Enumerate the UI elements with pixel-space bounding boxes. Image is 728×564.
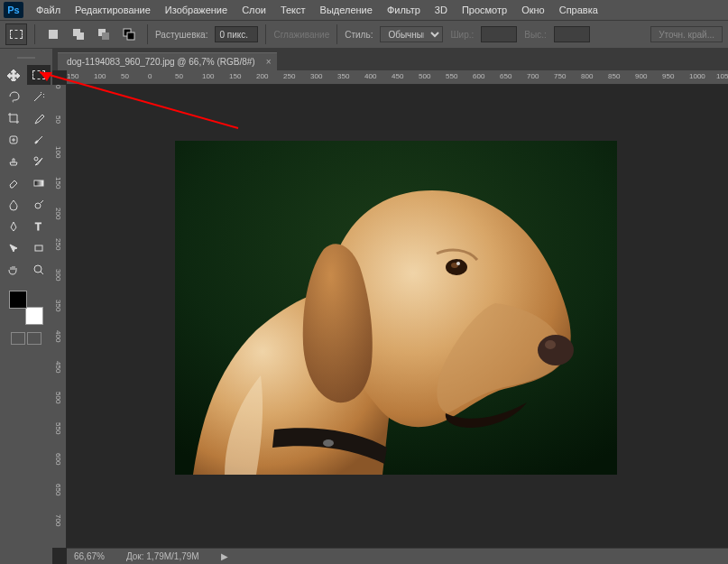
selection-intersect-icon[interactable] xyxy=(118,23,140,45)
color-swatches[interactable] xyxy=(9,291,43,325)
svg-point-19 xyxy=(456,262,460,265)
doc-size: Док: 1,79M/1,79M xyxy=(126,551,199,561)
foreground-color[interactable] xyxy=(9,291,27,309)
svg-rect-4 xyxy=(102,32,109,40)
history-brush-tool[interactable] xyxy=(27,152,51,171)
background-color[interactable] xyxy=(25,307,43,325)
menu-text[interactable]: Текст xyxy=(273,3,313,17)
main-area: T dog-1194083_960_720.jpg @ 66,7% (RGB/8… xyxy=(0,49,728,564)
svg-rect-0 xyxy=(49,30,58,39)
brush-tool[interactable] xyxy=(27,130,51,150)
lasso-tool[interactable] xyxy=(2,87,25,106)
menu-file[interactable]: Файл xyxy=(29,3,68,17)
current-tool-preset[interactable] xyxy=(5,23,27,45)
pen-tool[interactable] xyxy=(2,217,25,236)
feather-input[interactable] xyxy=(215,26,258,42)
marquee-tool[interactable] xyxy=(27,65,51,85)
blur-tool[interactable] xyxy=(2,195,25,215)
document-tabs: dog-1194083_960_720.jpg @ 66,7% (RGB/8#)… xyxy=(52,49,728,70)
zoom-tool[interactable] xyxy=(27,260,51,280)
move-tool[interactable] xyxy=(2,65,25,85)
selection-new-icon[interactable] xyxy=(42,23,64,45)
options-bar: Растушевка: Сглаживание Стиль: Обычный Ш… xyxy=(0,20,728,49)
type-tool[interactable]: T xyxy=(27,217,51,236)
antialias-label: Сглаживание xyxy=(273,30,329,40)
menu-bar: Ps Файл Редактирование Изображение Слои … xyxy=(0,0,728,20)
separator xyxy=(147,24,148,44)
svg-rect-6 xyxy=(127,32,134,40)
document-area: dog-1194083_960_720.jpg @ 66,7% (RGB/8#)… xyxy=(52,49,728,564)
canvas[interactable] xyxy=(67,85,728,548)
hand-tool[interactable] xyxy=(2,260,25,280)
document-tab[interactable]: dog-1194083_960_720.jpg @ 66,7% (RGB/8#)… xyxy=(58,52,277,70)
healing-brush-tool[interactable] xyxy=(2,130,25,150)
eraser-tool[interactable] xyxy=(2,173,25,193)
magic-wand-tool[interactable] xyxy=(27,87,51,106)
selection-add-icon[interactable] xyxy=(68,23,89,45)
screenmode-icon[interactable] xyxy=(27,332,41,345)
menu-filter[interactable]: Фильтр xyxy=(380,3,428,17)
svg-point-15 xyxy=(538,335,574,365)
ruler-vertical[interactable]: 0501001502002503003504004505005506006507… xyxy=(52,85,67,548)
menu-edit[interactable]: Редактирование xyxy=(68,3,158,17)
separator xyxy=(265,24,266,44)
width-label: Шир.: xyxy=(450,30,474,40)
menu-image[interactable]: Изображение xyxy=(158,3,235,17)
quickmask-icon[interactable] xyxy=(11,332,25,345)
tool-grid: T xyxy=(2,65,51,280)
feather-label: Растушевка: xyxy=(155,30,207,40)
width-input xyxy=(481,26,517,42)
marquee-icon xyxy=(10,30,23,39)
selection-subtract-icon[interactable] xyxy=(93,23,115,45)
svg-point-13 xyxy=(34,265,41,273)
status-arrow-icon[interactable]: ▶ xyxy=(221,551,228,561)
svg-rect-2 xyxy=(77,32,84,40)
svg-rect-9 xyxy=(34,180,43,186)
refine-edge-button[interactable]: Уточн. край... xyxy=(650,26,723,42)
style-select[interactable]: Обычный xyxy=(380,26,443,42)
tool-panel: T xyxy=(0,49,52,564)
screen-mode-group xyxy=(2,332,51,345)
svg-point-8 xyxy=(34,157,38,161)
path-select-tool[interactable] xyxy=(2,238,25,258)
style-label: Стиль: xyxy=(345,30,373,40)
selection-mode-group xyxy=(42,23,140,45)
clone-stamp-tool[interactable] xyxy=(2,152,25,171)
crop-tool[interactable] xyxy=(2,108,25,128)
eyedropper-tool[interactable] xyxy=(27,108,51,128)
menu-3d[interactable]: 3D xyxy=(428,3,455,17)
svg-point-16 xyxy=(545,340,556,349)
dodge-tool[interactable] xyxy=(27,195,51,215)
svg-rect-12 xyxy=(35,245,42,251)
separator xyxy=(336,24,337,44)
svg-text:T: T xyxy=(35,221,41,232)
svg-point-10 xyxy=(35,203,41,208)
tab-title: dog-1194083_960_720.jpg @ 66,7% (RGB/8#) xyxy=(67,57,255,67)
menu-help[interactable]: Справка xyxy=(552,3,605,17)
menu-select[interactable]: Выделение xyxy=(313,3,380,17)
document-image xyxy=(175,141,617,475)
menu-view[interactable]: Просмотр xyxy=(455,3,514,17)
gradient-tool[interactable] xyxy=(27,173,51,193)
height-label: Выс.: xyxy=(524,30,546,40)
panel-grip[interactable] xyxy=(2,54,51,61)
zoom-level[interactable]: 66,67% xyxy=(74,551,105,561)
ruler-horizontal[interactable]: 1501005005010015020025030035040045050055… xyxy=(67,70,728,85)
svg-point-20 xyxy=(323,439,334,447)
separator xyxy=(34,24,35,44)
status-bar: 66,67% Док: 1,79M/1,79M ▶ xyxy=(67,548,728,564)
rectangle-tool[interactable] xyxy=(27,238,51,258)
menu-window[interactable]: Окно xyxy=(514,3,552,17)
menu-layers[interactable]: Слои xyxy=(235,3,273,17)
app-logo: Ps xyxy=(4,2,23,18)
height-input xyxy=(554,26,590,42)
close-icon[interactable]: × xyxy=(266,57,272,67)
